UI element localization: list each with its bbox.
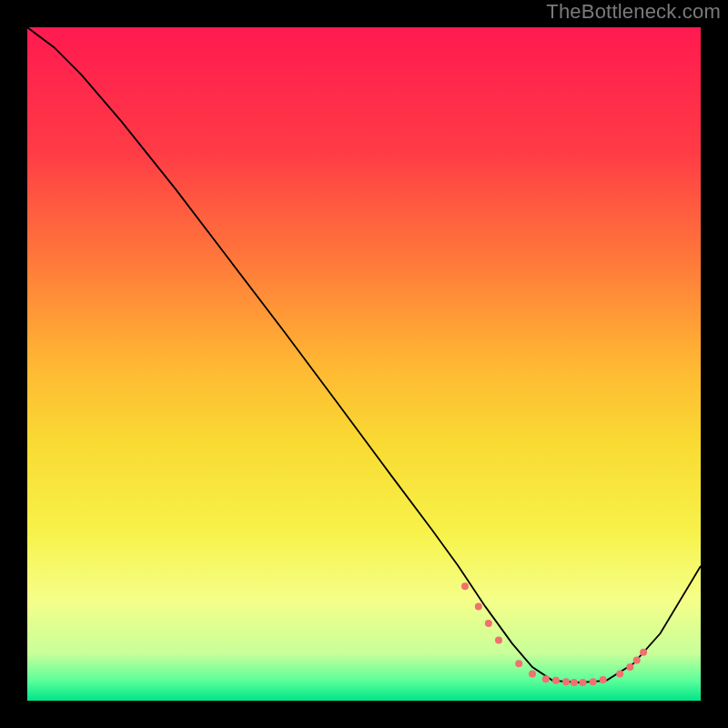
highlight-dot xyxy=(562,678,570,685)
highlight-dot xyxy=(580,679,587,686)
highlight-dot xyxy=(529,670,536,677)
highlight-dot xyxy=(633,657,641,664)
highlight-dot xyxy=(640,649,647,656)
highlight-dot xyxy=(552,677,560,684)
highlight-dot xyxy=(495,636,502,643)
highlight-dot xyxy=(590,678,597,685)
watermark-text: TheBottleneck.com xyxy=(546,0,721,24)
gradient-background xyxy=(27,27,701,701)
chart-container: TheBottleneck.com xyxy=(0,0,728,728)
plot-area xyxy=(27,27,701,701)
highlight-dot xyxy=(475,602,482,610)
highlight-dot xyxy=(542,675,550,682)
highlight-dot xyxy=(515,660,522,667)
highlight-dot xyxy=(600,676,607,683)
highlight-dot xyxy=(626,663,633,671)
highlight-dot xyxy=(461,582,469,590)
highlight-dot xyxy=(571,679,578,686)
chart-svg xyxy=(27,27,701,701)
highlight-dot xyxy=(485,620,492,627)
highlight-dot xyxy=(616,670,623,677)
